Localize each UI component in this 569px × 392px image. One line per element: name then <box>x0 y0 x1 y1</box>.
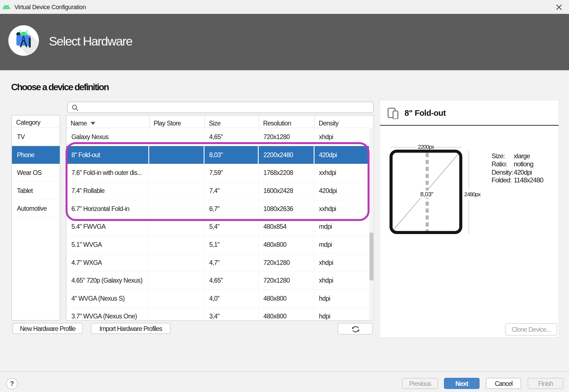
svg-text:?: ? <box>10 380 14 387</box>
